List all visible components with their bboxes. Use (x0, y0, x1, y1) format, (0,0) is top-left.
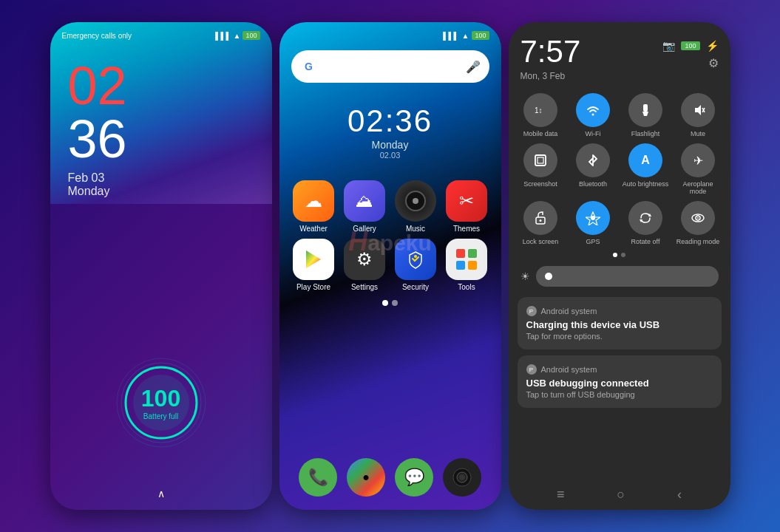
nav-menu-icon[interactable]: ≡ (557, 487, 565, 502)
panel-date: Mon, 3 Feb (520, 71, 581, 81)
battery-label-text: Battery full (141, 412, 180, 420)
home-date: 02.03 (279, 151, 501, 160)
svg-point-13 (459, 474, 465, 480)
tools-label: Tools (458, 283, 475, 291)
app-tools[interactable]: Tools (444, 239, 489, 291)
weather-icon: ☁ (293, 180, 334, 222)
settings-icon: ⚙ (344, 239, 385, 280)
status-icons-1: ▌▌▌ ▲ 100 (215, 31, 260, 40)
charging-icon: ⚡ (706, 40, 719, 52)
signal-icon: ▌▌▌ (215, 32, 231, 40)
battery-number: 100 (141, 385, 180, 412)
home-day: Monday (279, 139, 501, 151)
mute-label: Mute (691, 130, 705, 137)
tile-aeroplane[interactable]: ✈ Aeroplane mode (675, 143, 722, 195)
panel-header: 7:57 Mon, 3 Feb 📷 100 ⚡ ⚙ (509, 22, 730, 87)
tools-icon (446, 239, 487, 280)
app-music[interactable]: Music (393, 180, 438, 233)
lock-screen-date: Feb 03 Monday (50, 166, 272, 204)
rotate-icon (628, 201, 662, 235)
brightness-slider[interactable] (536, 266, 719, 287)
tile-rotate[interactable]: Rotate off (623, 201, 669, 245)
svg-marker-5 (306, 250, 321, 268)
status-bar-2: ▌▌▌ ▲ 100 (279, 22, 501, 44)
dock-messages[interactable]: 💬 (395, 458, 433, 497)
lock-screen-date-line1: Feb 03 (68, 171, 254, 185)
bluetooth-label: Bluetooth (579, 180, 607, 188)
tile-screenshot[interactable]: Screenshot (518, 143, 564, 195)
svg-rect-10 (468, 261, 477, 270)
panel-dot-1 (613, 253, 617, 257)
reading-mode-label: Reading mode (676, 238, 720, 245)
panel-indicator-dots (509, 251, 730, 260)
status-bar-1: Emergency calls only ▌▌▌ ▲ 100 (50, 22, 272, 44)
phone3-notification-panel: 7:57 Mon, 3 Feb 📷 100 ⚡ ⚙ 1↕ Mobile data (509, 22, 730, 510)
nav-back-icon[interactable]: ‹ (677, 487, 682, 502)
tile-auto-brightness[interactable]: A Auto brightness (623, 143, 669, 195)
panel-dot-2 (621, 253, 625, 257)
svg-point-28 (697, 217, 699, 219)
svg-point-23 (591, 216, 595, 220)
nav-home-icon[interactable]: ○ (617, 487, 625, 502)
app-security[interactable]: Security (393, 239, 438, 291)
screenshot-icon (523, 143, 557, 177)
lock-screen-hour: 02 (50, 44, 272, 112)
google-logo: G (300, 58, 318, 75)
page-dots (279, 297, 501, 309)
quick-tiles: 1↕ Mobile data Wi-Fi Flashlight (509, 87, 730, 251)
app-gallery[interactable]: ⛰ Gallery (342, 180, 387, 233)
notif1-body: Tap for more options. (526, 332, 713, 341)
notif2-body: Tap to turn off USB debugging (526, 390, 713, 399)
dot-1 (382, 300, 388, 306)
tile-mobile-data[interactable]: 1↕ Mobile data (518, 93, 564, 137)
battery-indicator: 100 Battery full (113, 355, 209, 451)
emergency-text: Emergency calls only (62, 32, 132, 40)
svg-rect-9 (456, 261, 465, 270)
auto-brightness-label: Auto brightness (623, 180, 669, 188)
gps-icon (576, 201, 610, 235)
notif2-title: USB debugging connected (526, 378, 713, 389)
panel-time: 7:57 (520, 34, 581, 69)
svg-rect-7 (456, 249, 465, 258)
tile-bluetooth[interactable]: Bluetooth (570, 143, 617, 195)
phone1-lock-screen: Emergency calls only ▌▌▌ ▲ 100 02 36 Feb… (50, 22, 272, 510)
battery-full-icon: 100 (681, 41, 699, 50)
app-playstore[interactable]: Play Store (291, 239, 336, 291)
mute-icon (681, 93, 715, 127)
auto-brightness-icon: A (628, 143, 662, 177)
gps-label: GPS (586, 238, 600, 245)
brightness-control[interactable]: ☀ (509, 260, 730, 293)
gallery-icon: ⛰ (344, 180, 385, 222)
tile-mute[interactable]: Mute (675, 93, 722, 137)
dock-camera[interactable] (443, 458, 481, 497)
weather-label: Weather (299, 225, 328, 233)
app-settings[interactable]: ⚙ Settings (342, 239, 387, 291)
notif2-header: P Android system (526, 364, 713, 375)
aeroplane-label: Aeroplane mode (675, 180, 722, 195)
mic-icon[interactable]: 🎤 (466, 60, 481, 74)
rotate-label: Rotate off (631, 238, 660, 245)
battery-icon-2: 100 (472, 31, 489, 40)
gear-icon[interactable]: ⚙ (708, 56, 719, 70)
tile-gps[interactable]: GPS (570, 201, 617, 245)
dock-assistant[interactable]: ● (347, 458, 385, 497)
lock-screen-tile-label: Lock screen (523, 238, 559, 245)
bluetooth-icon (576, 143, 610, 177)
app-themes[interactable]: ✂ Themes (444, 180, 489, 233)
flashlight-icon (628, 93, 662, 127)
svg-text:1↕: 1↕ (535, 106, 543, 115)
playstore-icon (293, 239, 334, 280)
phone1-nav-up[interactable]: ∧ (157, 488, 165, 499)
google-search-bar[interactable]: G 🎤 (291, 50, 489, 83)
reading-mode-icon (681, 201, 715, 235)
notification-2[interactable]: P Android system USB debugging connected… (518, 355, 722, 408)
notification-1[interactable]: P Android system Charging this device vi… (518, 297, 722, 349)
notif1-app-name: Android system (541, 307, 597, 316)
app-weather[interactable]: ☁ Weather (291, 180, 336, 233)
tile-lock-screen[interactable]: Lock screen (518, 201, 564, 245)
dot-2 (392, 300, 398, 306)
tile-flashlight[interactable]: Flashlight (623, 93, 669, 137)
dock-phone[interactable]: 📞 (299, 458, 337, 497)
tile-wifi[interactable]: Wi-Fi (570, 93, 617, 137)
tile-reading[interactable]: Reading mode (675, 201, 722, 245)
